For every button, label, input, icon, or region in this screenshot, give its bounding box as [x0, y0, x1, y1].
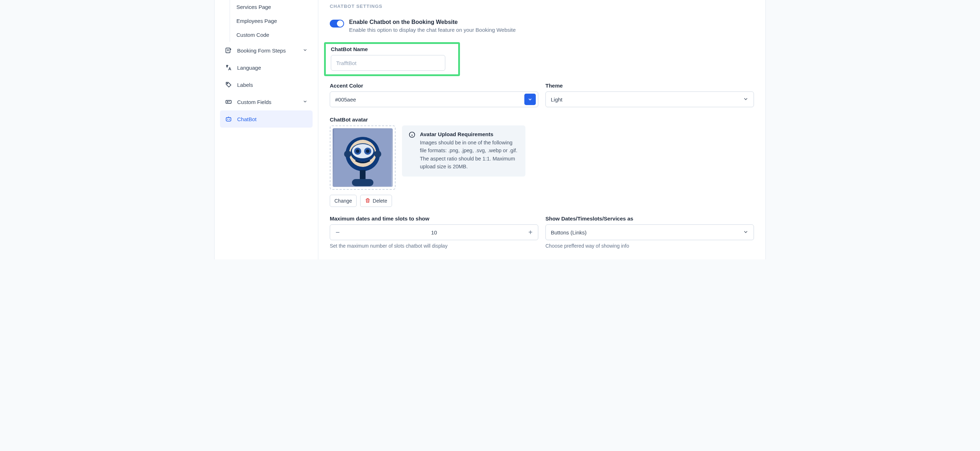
- theme-value: Light: [551, 97, 563, 103]
- avatar-requirements-description: Images should be in one of the following…: [420, 139, 519, 171]
- sidebar-subitem-customcode[interactable]: Custom Code: [230, 28, 313, 42]
- chevron-down-icon: [528, 97, 533, 102]
- chatbot-icon: [225, 116, 232, 122]
- chevron-down-icon: [302, 48, 308, 54]
- theme-select[interactable]: Light: [546, 92, 754, 107]
- svg-point-14: [366, 149, 369, 153]
- info-icon: [409, 131, 415, 140]
- change-avatar-button[interactable]: Change: [330, 195, 356, 207]
- max-slots-stepper: − 10 +: [330, 224, 538, 240]
- custom-fields-icon: [225, 98, 232, 105]
- labels-icon: [225, 81, 232, 88]
- chatbot-avatar-label: ChatBot avatar: [330, 116, 754, 122]
- sidebar-item-language[interactable]: Language: [220, 59, 313, 76]
- chevron-down-icon: [743, 96, 749, 103]
- chatbot-avatar-image: [332, 128, 393, 187]
- max-slots-label: Maximum dates and time slots to show: [330, 216, 538, 222]
- main-content: CHATBOT SETTINGS Enable Chatbot on the B…: [318, 0, 765, 259]
- stepper-value: 10: [345, 229, 523, 235]
- accent-color-swatch-button[interactable]: [524, 94, 536, 105]
- accent-color-value: #005aee: [335, 97, 356, 103]
- svg-point-4: [227, 119, 228, 120]
- sidebar-subitem-services[interactable]: Services Page: [230, 0, 313, 14]
- accent-color-field[interactable]: #005aee: [330, 92, 538, 107]
- sidebar: Services Page Employees Page Custom Code…: [215, 0, 318, 259]
- stepper-increment-button[interactable]: +: [523, 225, 538, 240]
- chatbot-avatar-preview[interactable]: [330, 125, 396, 190]
- chatbot-name-input[interactable]: [331, 55, 445, 71]
- sidebar-item-label: Booking Form Steps: [237, 48, 286, 54]
- trash-icon: [365, 198, 371, 205]
- svg-point-1: [227, 83, 228, 84]
- svg-point-17: [374, 151, 381, 157]
- enable-chatbot-row: Enable Chatbot on the Booking Website En…: [330, 19, 754, 33]
- svg-point-5: [229, 119, 230, 120]
- sidebar-item-label: Custom Fields: [237, 99, 272, 105]
- sidebar-item-label: ChatBot: [237, 116, 256, 122]
- sidebar-sublist: Services Page Employees Page Custom Code: [230, 0, 313, 42]
- svg-point-16: [344, 151, 351, 157]
- avatar-requirements-box: Avatar Upload Requirements Images should…: [402, 125, 525, 176]
- button-label: Delete: [373, 198, 387, 204]
- chatbot-name-highlight: ChatBot Name: [324, 42, 460, 76]
- delete-avatar-button[interactable]: Delete: [360, 195, 391, 207]
- chevron-down-icon: [302, 99, 308, 105]
- section-title: CHATBOT SETTINGS: [330, 3, 754, 9]
- form-steps-icon: [225, 47, 232, 54]
- accent-color-label: Accent Color: [330, 83, 538, 89]
- stepper-decrement-button[interactable]: −: [330, 225, 345, 240]
- chevron-down-icon: [743, 229, 749, 236]
- chatbot-name-label: ChatBot Name: [331, 46, 453, 52]
- sidebar-item-label: Language: [237, 65, 261, 71]
- svg-rect-3: [226, 118, 231, 121]
- avatar-requirements-title: Avatar Upload Requirements: [420, 131, 519, 137]
- sidebar-item-label: Labels: [237, 82, 253, 88]
- sidebar-item-custom-fields[interactable]: Custom Fields: [220, 93, 313, 110]
- show-as-value: Buttons (Links): [551, 229, 587, 235]
- sidebar-item-labels[interactable]: Labels: [220, 76, 313, 93]
- show-as-label: Show Dates/Timeslots/Services as: [546, 216, 754, 222]
- sidebar-item-chatbot[interactable]: ChatBot: [220, 110, 313, 128]
- button-label: Change: [334, 198, 352, 204]
- enable-chatbot-description: Enable this option to display the chat f…: [349, 27, 516, 33]
- sidebar-subitem-employees[interactable]: Employees Page: [230, 14, 313, 28]
- svg-point-12: [356, 149, 360, 153]
- svg-rect-18: [352, 179, 374, 186]
- enable-chatbot-toggle[interactable]: [330, 20, 344, 27]
- language-icon: [225, 64, 232, 71]
- show-as-select[interactable]: Buttons (Links): [546, 224, 754, 240]
- show-as-helper: Choose preffered way of showing info: [546, 243, 754, 249]
- max-slots-helper: Set the maximum number of slots chatbot …: [330, 243, 538, 249]
- sidebar-item-booking-form-steps[interactable]: Booking Form Steps: [220, 42, 313, 59]
- theme-label: Theme: [546, 83, 754, 89]
- svg-rect-2: [226, 100, 231, 103]
- enable-chatbot-title: Enable Chatbot on the Booking Website: [349, 19, 516, 25]
